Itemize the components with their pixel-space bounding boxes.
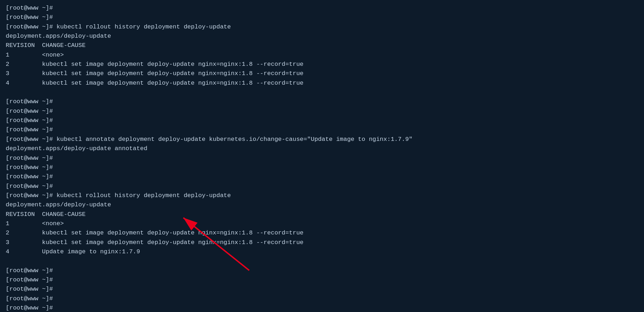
terminal-line: [root@www ~]# xyxy=(6,303,638,312)
terminal-line: deployment.apps/deploy-update annotated xyxy=(6,144,638,153)
terminal-window: [root@www ~]#[root@www ~]#[root@www ~]# … xyxy=(0,0,644,312)
terminal-line: 3 kubectl set image deployment deploy-up… xyxy=(6,69,638,78)
terminal-line: 1 <none> xyxy=(6,51,638,60)
terminal-line: [root@www ~]# xyxy=(6,285,638,294)
terminal-line: 4 Update image to nginx:1.7.9 xyxy=(6,247,638,257)
terminal-line: [root@www ~]# xyxy=(6,275,638,285)
terminal-line: [root@www ~]# xyxy=(6,294,638,303)
terminal-line: 4 kubectl set image deployment deploy-up… xyxy=(6,79,638,88)
terminal-line: REVISION CHANGE-CAUSE xyxy=(6,41,638,50)
terminal-line: [root@www ~]# kubectl rollout history de… xyxy=(6,22,638,32)
terminal-content: [root@www ~]#[root@www ~]#[root@www ~]# … xyxy=(6,4,638,312)
terminal-line: 3 kubectl set image deployment deploy-up… xyxy=(6,238,638,247)
terminal-line: [root@www ~]# kubectl rollout history de… xyxy=(6,191,638,200)
terminal-line: 2 kubectl set image deployment deploy-up… xyxy=(6,60,638,69)
terminal-line: [root@www ~]# xyxy=(6,107,638,116)
terminal-line: [root@www ~]# kubectl annotate deploymen… xyxy=(6,135,638,144)
terminal-line: [root@www ~]# xyxy=(6,125,638,134)
terminal-line: deployment.apps/deploy-update xyxy=(6,32,638,41)
terminal-line xyxy=(6,257,638,266)
terminal-line: [root@www ~]# xyxy=(6,172,638,181)
terminal-line: [root@www ~]# xyxy=(6,163,638,172)
terminal-line: [root@www ~]# xyxy=(6,116,638,125)
terminal-line: [root@www ~]# xyxy=(6,13,638,22)
terminal-line: [root@www ~]# xyxy=(6,97,638,106)
terminal-line: REVISION CHANGE-CAUSE xyxy=(6,210,638,219)
terminal-line: 2 kubectl set image deployment deploy-up… xyxy=(6,228,638,238)
terminal-line xyxy=(6,88,638,97)
terminal-line: [root@www ~]# xyxy=(6,4,638,13)
terminal-line: deployment.apps/deploy-update xyxy=(6,200,638,210)
terminal-line: [root@www ~]# xyxy=(6,154,638,163)
terminal-line: [root@www ~]# xyxy=(6,266,638,275)
terminal-line: [root@www ~]# xyxy=(6,182,638,191)
terminal-line: 1 <none> xyxy=(6,219,638,228)
